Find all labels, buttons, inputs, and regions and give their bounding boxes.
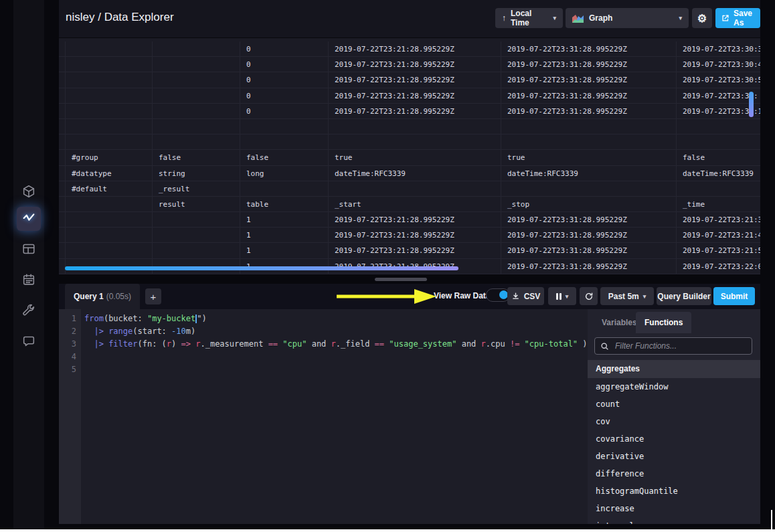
function-list-item[interactable]: count [588, 395, 760, 413]
function-list-item[interactable]: covariance [588, 430, 760, 448]
sidebar-item-dashboards[interactable] [17, 238, 41, 262]
table-cell: 0 [240, 72, 328, 88]
table-row: 12019-07-22T23:21:28.995229Z2019-07-22T2… [59, 212, 760, 228]
table-cell [65, 57, 152, 72]
function-list: aggregateWindowcountcovcovariancederivat… [588, 378, 760, 524]
sidebar-item-tasks[interactable] [17, 269, 41, 293]
table-row: 12019-07-22T23:21:28.995229Z2019-07-22T2… [59, 228, 760, 243]
visualization-label: Graph [589, 13, 612, 23]
table-cell: 0 [240, 104, 328, 119]
view-raw-data-label: View Raw Data [434, 291, 490, 300]
filter-functions-search[interactable] [594, 337, 752, 355]
query-tab-label: Query 1 [74, 292, 104, 301]
table-cell: 2019-07-22T23:21:28.995229Z [328, 57, 501, 72]
table-cell: _result [152, 181, 240, 197]
visualization-dropdown[interactable]: Graph ▾ [566, 8, 689, 28]
window-bottom-edge [0, 529, 775, 532]
timezone-dropdown[interactable]: ↑ Local Time ▾ [495, 8, 563, 28]
pause-dropdown-button[interactable]: ▾ [548, 287, 576, 305]
table-cell [65, 135, 152, 150]
line-number: 5 [59, 363, 76, 376]
table-cell: 2019-07-22T23:31:28.995229Z [501, 72, 676, 88]
add-query-button[interactable]: + [145, 288, 161, 304]
table-cell [65, 197, 152, 212]
table-cell: false [152, 150, 240, 165]
dashboard-grid-icon [21, 242, 36, 259]
search-input[interactable] [614, 341, 746, 351]
refresh-button[interactable] [580, 287, 598, 305]
function-list-item[interactable]: integral [588, 517, 760, 524]
table-cell: #datatype [65, 166, 152, 181]
text-cursor-artifact [771, 510, 772, 529]
line-number: 3 [59, 338, 76, 351]
table-row: resulttable_start_stop_time [59, 197, 760, 212]
table-row: 02019-07-22T23:21:28.995229Z2019-07-22T2… [59, 88, 760, 104]
chat-bubble-icon [21, 334, 36, 351]
line-number: 2 [59, 325, 76, 338]
table-cell [65, 41, 152, 57]
table-cell: true [328, 150, 501, 165]
panel-resize-handle[interactable] [375, 278, 427, 281]
settings-button[interactable]: ⚙ [692, 8, 712, 28]
query-tab[interactable]: Query 1 (0.05s) [65, 284, 140, 309]
table-cell: _time [676, 197, 760, 212]
table-cell [152, 212, 240, 228]
table-row: #datatypestringlongdateTime:RFC3339dateT… [59, 166, 760, 181]
function-category-header: Aggregates [588, 360, 760, 378]
function-list-item[interactable]: difference [588, 465, 760, 482]
download-icon [511, 292, 520, 300]
influxdb-data-explorer: nisley / Data Explorer ↑ Local Time ▾ Gr… [0, 0, 775, 532]
table-row: 02019-07-22T23:21:28.995229Z2019-07-22T2… [59, 41, 760, 57]
table-cell [501, 135, 676, 150]
up-arrow-icon: ↑ [502, 13, 506, 23]
time-range-dropdown[interactable]: Past 5m ▾ [600, 287, 654, 305]
left-nav-rail [13, 0, 44, 532]
table-cell: 2019-07-22T23:31:1 [676, 104, 760, 119]
save-as-button[interactable]: Save As [715, 8, 760, 28]
table-cell: #group [65, 150, 152, 165]
function-list-item[interactable]: increase [588, 500, 760, 517]
table-cell: 2019-07-22T23:31:28.995229Z [501, 243, 676, 258]
sidebar-item-settings[interactable] [17, 300, 41, 324]
save-as-label: Save As [734, 9, 755, 27]
table-cell: long [240, 166, 328, 181]
table-cell: 2019-07-22T23:21:28.995229Z [328, 104, 501, 119]
table-cell [152, 243, 240, 258]
table-cell [328, 181, 501, 197]
table-row: 02019-07-22T23:21:28.995229Z2019-07-22T2… [59, 104, 760, 119]
vertical-scrollbar[interactable] [749, 92, 754, 117]
table-cell: #default [65, 181, 152, 197]
function-list-item[interactable]: cov [588, 413, 760, 430]
table-cell [152, 228, 240, 243]
function-list-item[interactable]: aggregateWindow [588, 378, 760, 395]
table-cell: 1 [240, 212, 328, 228]
table-cell: table [240, 197, 328, 212]
sidebar-item-feedback[interactable] [17, 331, 41, 355]
table-cell [240, 135, 328, 150]
function-list-item[interactable]: derivative [588, 448, 760, 465]
table-cell [328, 135, 501, 150]
table-cell: 2019-07-22T23:31:28.995229Z [501, 57, 676, 72]
table-row [59, 119, 760, 135]
pause-icon [556, 293, 562, 300]
download-csv-button[interactable]: CSV [507, 287, 544, 305]
table-cell [676, 119, 760, 135]
sidebar-item-data-explorer[interactable] [17, 207, 41, 231]
table-cell: 2019-07-22T23:22:0 [676, 259, 760, 274]
raw-data-table: 02019-07-22T23:21:28.995229Z2019-07-22T2… [59, 41, 760, 274]
table-cell [152, 57, 240, 72]
tab-functions[interactable]: Functions [636, 312, 691, 333]
sidebar-item-home[interactable] [17, 181, 41, 205]
view-raw-data-toggle[interactable] [486, 288, 510, 302]
query-builder-button[interactable]: Query Builder [657, 287, 711, 305]
code-text: |> range(start: -10m) [84, 325, 195, 338]
table-cell: 2019-07-22T23:21:28.995229Z [328, 88, 501, 104]
table-cell: _start [328, 197, 501, 212]
table-row: #groupfalsefalsetruetruefalse [59, 150, 760, 165]
horizontal-scrollbar[interactable] [65, 266, 458, 270]
submit-button[interactable]: Submit [713, 287, 755, 305]
table-cell: _stop [501, 197, 676, 212]
table-cell: 2019-07-22T23:21:28.995229Z [328, 41, 501, 57]
table-cell: dateTime:RFC3339 [328, 166, 501, 181]
function-list-item[interactable]: histogramQuantile [588, 482, 760, 500]
